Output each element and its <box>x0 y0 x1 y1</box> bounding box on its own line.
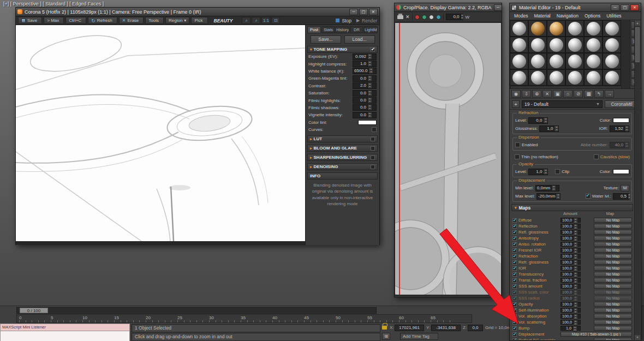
blue-channel-icon[interactable] <box>429 15 434 20</box>
map-amount-spinner[interactable]: 100,0 <box>560 314 581 319</box>
zoom-one-to-one-icon[interactable]: 1:1 <box>261 17 270 24</box>
maps-rollout-header[interactable]: ▾ Maps <box>511 204 633 211</box>
lut-section-header[interactable]: ▸ LUT <box>307 135 378 142</box>
map-slot-button[interactable]: No Map <box>594 254 632 259</box>
map-amount-spinner[interactable]: 100,0 <box>560 320 581 325</box>
map-enable-checkbox[interactable] <box>512 266 517 271</box>
load-config-button[interactable]: Load... <box>344 35 375 44</box>
tone-mapping-section-header[interactable]: ▾ TONE MAPPING <box>307 46 378 53</box>
menu-item[interactable]: Utilities <box>604 13 624 19</box>
vfb-save-button[interactable]: Save <box>18 17 42 24</box>
material-sample-slot[interactable] <box>547 37 565 53</box>
menu-item[interactable]: Options <box>582 13 603 19</box>
opacity-level-spinner[interactable]: 1,0 <box>528 169 548 175</box>
map-enable-checkbox[interactable] <box>512 254 517 259</box>
min-level-spinner[interactable]: 0,0mm <box>535 185 559 192</box>
color-tint-swatch[interactable] <box>358 120 377 125</box>
material-type-button[interactable]: CoronaMtl <box>605 100 639 108</box>
vfb-pick-button[interactable]: Pick <box>191 17 207 24</box>
map-amount-spinner[interactable]: 100,0 <box>560 284 581 289</box>
scrollbar-thumb[interactable] <box>635 27 640 62</box>
value-spinner[interactable]: 6500.0 <box>353 68 377 74</box>
value-spinner[interactable]: 0.0 <box>353 112 377 118</box>
refraction-color-swatch[interactable] <box>613 118 629 123</box>
time-slider[interactable]: 0 / 100 <box>20 308 48 313</box>
map-enable-checkbox[interactable] <box>512 230 517 235</box>
render-view[interactable] <box>16 25 305 245</box>
map-enable-checkbox[interactable] <box>512 326 517 331</box>
map-enable-checkbox[interactable] <box>512 284 517 289</box>
material-sample-slot[interactable] <box>584 69 603 86</box>
minimize-icon[interactable] <box>349 9 358 15</box>
material-sample-slot[interactable] <box>547 53 565 69</box>
make-unique-icon[interactable]: ▣ <box>553 90 562 98</box>
map-slot-button[interactable]: No Map <box>594 278 632 283</box>
stop-button[interactable]: Stop <box>342 18 351 23</box>
vfb-tools-button[interactable]: Tools <box>145 17 164 24</box>
map-slot-button[interactable]: No Map <box>594 218 632 223</box>
material-sample-slot[interactable] <box>547 20 565 37</box>
material-sample-slot[interactable] <box>528 37 547 53</box>
map-enable-checkbox[interactable] <box>512 218 517 223</box>
dispersion-enabled-checkbox[interactable] <box>515 142 520 147</box>
water-level-checkbox[interactable] <box>586 194 591 199</box>
x-coord-field[interactable]: 17021,961 <box>395 325 424 331</box>
material-sample-slot[interactable] <box>528 20 547 37</box>
add-time-tag[interactable]: Add Time Tag <box>400 333 438 340</box>
selection-lock-icon[interactable] <box>382 326 387 330</box>
vfb-region-button[interactable]: Region ▾ <box>165 17 189 24</box>
map-amount-spinner[interactable]: 100,0 <box>560 302 581 307</box>
minimize-icon[interactable] <box>611 4 619 11</box>
vfb-erase-button[interactable]: Erase <box>119 17 144 24</box>
map-amount-spinner[interactable]: 100,0 <box>560 260 581 265</box>
map-slot-button[interactable]: No Map <box>594 224 632 229</box>
scroll-up-icon[interactable]: ▲ <box>635 21 640 26</box>
render-button[interactable]: Render <box>362 18 377 23</box>
vfb-max-button[interactable]: > Max <box>44 17 64 24</box>
menu-item[interactable]: Navigation <box>554 13 581 19</box>
map-slot-button[interactable]: No Map <box>594 326 632 331</box>
map-amount-spinner[interactable]: 1,0 <box>560 326 581 331</box>
z-coord-field[interactable]: 0,0 <box>468 325 483 331</box>
vfb-tab[interactable]: LightMix <box>364 26 378 33</box>
max-level-spinner[interactable]: -20,0mm <box>536 193 560 200</box>
material-sample-slot[interactable] <box>510 37 528 53</box>
material-sample-slot[interactable] <box>584 37 603 53</box>
put-to-library-icon[interactable]: ⌂ <box>563 90 573 98</box>
put-to-scene-icon[interactable]: ⇩ <box>522 90 531 98</box>
green-channel-icon[interactable] <box>422 15 427 20</box>
map-amount-spinner[interactable]: 100,0 <box>560 224 581 229</box>
vfb-refresh-button[interactable]: Refresh <box>88 17 117 24</box>
pick-material-icon[interactable]: ⌖ <box>512 100 520 108</box>
map-slot-button[interactable]: No Map <box>594 236 632 241</box>
material-sample-slot[interactable] <box>528 53 547 69</box>
go-forward-icon[interactable]: → <box>605 90 614 98</box>
map-enable-checkbox[interactable] <box>512 248 517 253</box>
vfb-tab[interactable]: Post <box>307 26 321 33</box>
maxscript-listener-input[interactable] <box>0 331 130 341</box>
map-slot-button[interactable]: No Map <box>594 320 632 325</box>
material-sample-slot[interactable] <box>510 20 528 37</box>
opacity-color-swatch[interactable] <box>613 169 629 174</box>
delete-icon[interactable]: ✕ <box>406 14 410 20</box>
vfb-tab[interactable]: DR <box>350 26 363 33</box>
map-amount-spinner[interactable]: 100,0 <box>560 236 581 241</box>
vfb-tab[interactable]: Stats <box>321 26 335 33</box>
map-slot-button[interactable]: No Map <box>594 260 632 265</box>
map-amount-spinner[interactable]: 100,0 <box>560 242 581 247</box>
value-spinner[interactable]: 0.0 <box>353 90 377 97</box>
map-enable-checkbox[interactable] <box>512 320 517 325</box>
map-amount-spinner[interactable]: 100,0 <box>560 266 581 271</box>
material-sample-slot[interactable] <box>565 69 584 86</box>
alpha-channel-icon[interactable] <box>436 15 441 20</box>
curves-checkbox[interactable] <box>372 127 377 132</box>
material-sample-slot[interactable] <box>510 69 528 86</box>
map-enable-checkbox[interactable] <box>512 308 517 313</box>
viewport-label[interactable]: [+] [ Perspective ] [ Standard ] [ Edged… <box>3 1 104 7</box>
zoom-in-icon[interactable]: ⌕ <box>252 17 260 24</box>
menu-item[interactable]: Material <box>532 13 553 19</box>
map-enable-checkbox[interactable] <box>512 224 517 229</box>
material-sample-slot[interactable] <box>603 53 621 69</box>
vfb-tab[interactable]: History <box>336 26 349 33</box>
map-slot-button[interactable]: No Map <box>594 308 632 313</box>
